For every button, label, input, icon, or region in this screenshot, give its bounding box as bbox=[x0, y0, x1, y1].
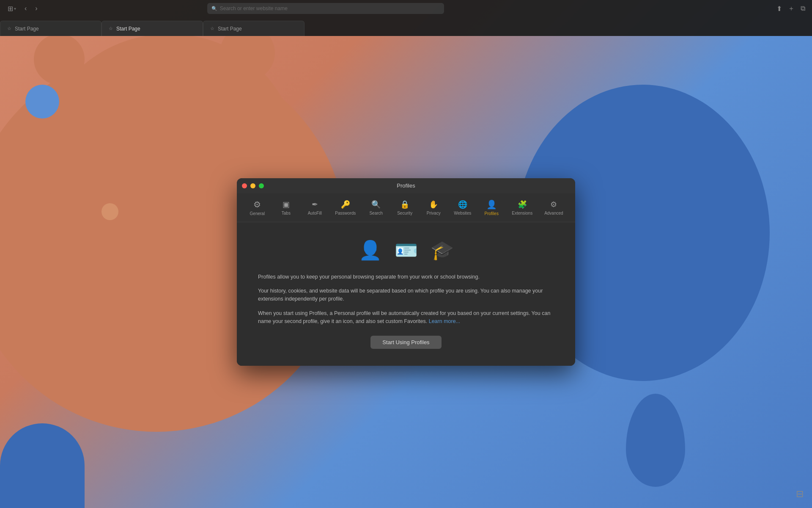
description-3-text: When you start using Profiles, a Persona… bbox=[258, 310, 550, 324]
websites-icon: 🌐 bbox=[458, 200, 467, 209]
websites-label: Websites bbox=[454, 211, 471, 215]
settings-dialog: Profiles ⚙ General ▣ Tabs ✒ AutoFill 🔑 P… bbox=[237, 178, 575, 366]
settings-tab-general[interactable]: ⚙ General bbox=[243, 198, 272, 218]
back-button[interactable]: ‹ bbox=[22, 3, 29, 14]
start-button-row: Start Using Profiles bbox=[258, 336, 554, 349]
dialog-titlebar: Profiles bbox=[237, 178, 575, 193]
toolbar-right: ⬆ ＋ ⧉ bbox=[775, 3, 807, 15]
browser-toolbar: ⊞ ▾ ‹ › 🔍 Search or enter website name ⬆… bbox=[0, 0, 812, 17]
profiles-content: 👤 🪪 🎓 Profiles allow you to keep your pe… bbox=[237, 222, 575, 366]
settings-toolbar: ⚙ General ▣ Tabs ✒ AutoFill 🔑 Passwords … bbox=[237, 193, 575, 222]
search-icon: 🔍 bbox=[371, 200, 381, 209]
filter-icon[interactable]: ⊟ bbox=[796, 489, 804, 500]
extensions-icon: 🧩 bbox=[518, 200, 527, 209]
tab-3-label: Start Page bbox=[218, 26, 242, 32]
search-label: Search bbox=[369, 211, 383, 215]
general-label: General bbox=[250, 211, 265, 216]
general-icon: ⚙ bbox=[253, 199, 261, 210]
security-icon: 🔒 bbox=[400, 200, 409, 209]
description-3: When you start using Profiles, a Persona… bbox=[258, 309, 554, 326]
settings-tab-security[interactable]: 🔒 Security bbox=[390, 198, 419, 218]
passwords-icon: 🔑 bbox=[341, 200, 350, 209]
advanced-icon: ⚙ bbox=[550, 200, 557, 209]
privacy-label: Privacy bbox=[427, 211, 441, 215]
browser-chrome: ⊞ ▾ ‹ › 🔍 Search or enter website name ⬆… bbox=[0, 0, 812, 36]
minimize-button[interactable] bbox=[250, 183, 255, 188]
description-2: Your history, cookies, and website data … bbox=[258, 287, 554, 304]
tab-overview-button[interactable]: ⧉ bbox=[799, 3, 807, 14]
autofill-icon: ✒ bbox=[312, 200, 318, 209]
tab-1-label: Start Page bbox=[15, 26, 39, 32]
dialog-overlay: Profiles ⚙ General ▣ Tabs ✒ AutoFill 🔑 P… bbox=[0, 36, 812, 508]
new-tab-button[interactable]: ＋ bbox=[786, 3, 796, 15]
person-icon: 👤 bbox=[359, 239, 382, 261]
traffic-lights bbox=[242, 183, 264, 188]
tab-star-icon: ☆ bbox=[7, 26, 11, 31]
security-label: Security bbox=[397, 211, 412, 215]
dialog-title: Profiles bbox=[397, 182, 415, 189]
profiles-icon: 👤 bbox=[486, 199, 497, 210]
forward-button[interactable]: › bbox=[33, 3, 40, 14]
address-bar[interactable]: 🔍 Search or enter website name bbox=[207, 3, 444, 14]
sidebar-toggle-button[interactable]: ⊞ ▾ bbox=[5, 3, 19, 14]
close-button[interactable] bbox=[242, 183, 247, 188]
address-text: Search or enter website name bbox=[220, 6, 288, 11]
settings-tab-advanced[interactable]: ⚙ Advanced bbox=[538, 198, 569, 218]
search-icon: 🔍 bbox=[211, 6, 217, 11]
settings-tab-profiles[interactable]: 👤 Profiles bbox=[477, 198, 506, 218]
tabs-label: Tabs bbox=[282, 211, 291, 215]
autofill-label: AutoFill bbox=[308, 211, 322, 215]
tab-2[interactable]: ☆ Start Page bbox=[102, 21, 203, 36]
tab-2-label: Start Page bbox=[116, 26, 140, 32]
settings-tab-websites[interactable]: 🌐 Websites bbox=[448, 198, 477, 218]
settings-tab-tabs[interactable]: ▣ Tabs bbox=[272, 198, 300, 218]
extensions-label: Extensions bbox=[512, 211, 532, 215]
profiles-label: Profiles bbox=[485, 211, 499, 216]
maximize-button[interactable] bbox=[259, 183, 264, 188]
privacy-icon: ✋ bbox=[429, 200, 438, 209]
settings-tab-privacy[interactable]: ✋ Privacy bbox=[419, 198, 448, 218]
settings-tab-search[interactable]: 🔍 Search bbox=[362, 198, 390, 218]
settings-tab-autofill[interactable]: ✒ AutoFill bbox=[300, 198, 329, 218]
tabs-icon: ▣ bbox=[283, 200, 290, 209]
browser-tabs: ☆ Start Page ☆ Start Page ☆ Start Page bbox=[0, 17, 812, 36]
tab-3[interactable]: ☆ Start Page bbox=[203, 21, 304, 36]
start-using-profiles-button[interactable]: Start Using Profiles bbox=[370, 336, 441, 349]
id-card-icon: 🪪 bbox=[395, 239, 418, 261]
advanced-label: Advanced bbox=[544, 211, 563, 215]
tab-1[interactable]: ☆ Start Page bbox=[0, 21, 102, 36]
graduation-icon: 🎓 bbox=[431, 239, 454, 261]
learn-more-link[interactable]: Learn more... bbox=[429, 318, 460, 324]
share-button[interactable]: ⬆ bbox=[775, 3, 784, 14]
tab-3-star-icon: ☆ bbox=[210, 26, 214, 31]
passwords-label: Passwords bbox=[335, 211, 356, 215]
tab-2-star-icon: ☆ bbox=[109, 26, 113, 31]
settings-tab-passwords[interactable]: 🔑 Passwords bbox=[329, 198, 362, 218]
settings-tab-extensions[interactable]: 🧩 Extensions bbox=[506, 198, 538, 218]
profile-icons-row: 👤 🪪 🎓 bbox=[258, 239, 554, 261]
description-1: Profiles allow you to keep your personal… bbox=[258, 273, 554, 281]
